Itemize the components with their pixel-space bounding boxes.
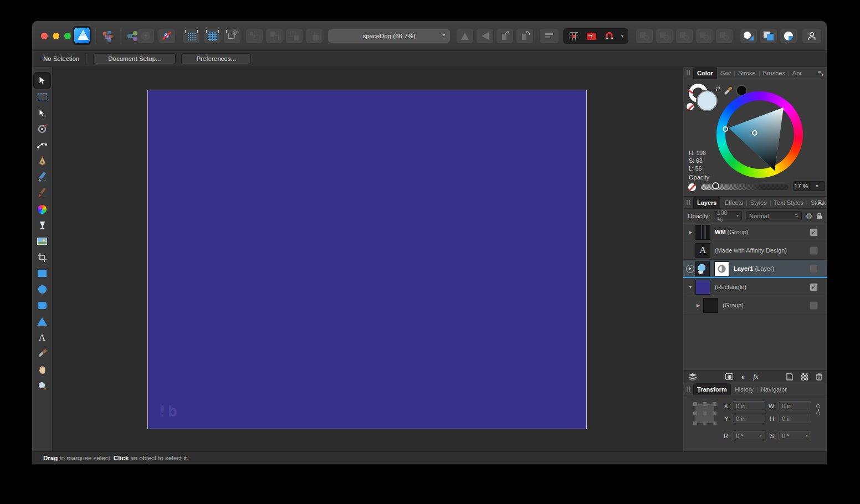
point-transform-tool[interactable]	[34, 121, 50, 137]
insert-behind-button[interactable]	[740, 29, 757, 43]
layer-visibility-checkbox[interactable]	[810, 265, 818, 273]
shape-tool[interactable]	[34, 313, 50, 330]
tab-navigator[interactable]: Navigator	[757, 384, 791, 394]
link-dimensions-icon[interactable]	[816, 404, 820, 415]
tab-appearance[interactable]: Apr	[789, 68, 806, 78]
vector-brush-tool[interactable]	[34, 185, 50, 201]
rotate-cw-button[interactable]	[516, 29, 533, 43]
layer-row-layer1[interactable]: ▶ Layer1 (Layer)	[683, 260, 827, 278]
preferences-button[interactable]: Preferences...	[181, 53, 251, 64]
snapping-options-caret[interactable]: ▾	[618, 29, 627, 43]
rotation-dropdown[interactable]: 0 °▾	[733, 431, 765, 440]
boolean-add-button[interactable]	[636, 29, 653, 43]
canvas-area[interactable]: !b	[53, 67, 683, 451]
rounded-rectangle-tool[interactable]	[34, 297, 50, 313]
layer-settings-gear-icon[interactable]: ⚙	[806, 212, 813, 220]
corner-tool[interactable]	[34, 137, 50, 153]
artistic-text-tool[interactable]: A	[34, 330, 50, 346]
expand-chevron-icon[interactable]: ▶	[693, 303, 703, 308]
insert-on-top-button[interactable]	[760, 29, 777, 43]
designer-persona-button[interactable]	[73, 26, 91, 45]
place-image-tool[interactable]	[34, 233, 50, 249]
zoom-tool[interactable]	[34, 378, 50, 394]
panel-grip-icon[interactable]	[687, 200, 690, 205]
layer-visibility-checkbox[interactable]: ✓	[810, 283, 818, 291]
boolean-intersect-button[interactable]	[676, 29, 693, 43]
flip-vertical-button[interactable]	[457, 29, 473, 43]
vector-crop-tool[interactable]	[34, 249, 50, 265]
tab-swatches[interactable]: Swt	[717, 68, 735, 78]
snapping-magnet-button[interactable]	[600, 29, 618, 43]
minimize-window-button[interactable]	[53, 33, 59, 39]
shear-dropdown[interactable]: 0 °▾	[779, 431, 811, 440]
document-title[interactable]: spaceDog (66.7%) *	[328, 29, 450, 43]
hue-selector[interactable]	[723, 126, 728, 132]
tab-effects[interactable]: Effects	[720, 198, 746, 208]
style-picker-button[interactable]	[137, 29, 154, 43]
mesh-warp-button[interactable]	[224, 29, 240, 43]
back-one-button[interactable]	[266, 29, 283, 43]
blend-mode-dropdown[interactable]: Normal ⇅	[746, 211, 802, 220]
layer-visibility-checkbox[interactable]	[810, 246, 818, 255]
no-style-button[interactable]	[158, 29, 175, 43]
layer-row-group[interactable]: ▶ (Group)	[683, 296, 827, 315]
layers-opacity-dropdown[interactable]: 100 % ▾	[714, 211, 742, 220]
boolean-divide-button[interactable]	[696, 29, 713, 43]
boolean-subtract-button[interactable]	[656, 29, 673, 43]
fill-swatch[interactable]	[697, 90, 718, 111]
opacity-caret-icon[interactable]: ▾	[809, 182, 825, 191]
move-to-back-button[interactable]	[246, 29, 263, 43]
account-button[interactable]	[802, 29, 821, 43]
saturation-triangle[interactable]	[716, 91, 803, 178]
node-tool[interactable]	[34, 105, 50, 121]
layer-row-rectangle[interactable]: ▼ (Rectangle) ✓	[683, 278, 827, 296]
collapse-chevron-icon[interactable]: ▼	[685, 285, 695, 290]
tab-layers[interactable]: Layers	[693, 197, 720, 209]
transparency-tool[interactable]	[34, 217, 50, 233]
flip-horizontal-button[interactable]	[477, 29, 493, 43]
show-pixel-grid-button[interactable]	[183, 29, 199, 43]
layer-row-made-with[interactable]: A (Made with Affinity Design)	[683, 241, 827, 260]
boolean-combine-button[interactable]	[716, 29, 733, 43]
fill-tool[interactable]	[34, 201, 50, 217]
layer-effects-icon[interactable]: fx	[753, 372, 758, 381]
tab-styles[interactable]: Styles	[746, 198, 771, 208]
add-adjustment-icon[interactable]: ◐	[741, 373, 745, 381]
tab-history[interactable]: History	[731, 384, 757, 394]
pen-tool[interactable]	[34, 153, 50, 169]
close-window-button[interactable]	[41, 33, 48, 39]
layers-panel-menu-icon[interactable]: ≡▾	[817, 198, 823, 207]
tab-brushes[interactable]: Brushes	[759, 68, 789, 78]
no-color-swatch[interactable]	[686, 102, 694, 111]
layer-visibility-checkbox[interactable]: ✓	[810, 228, 818, 236]
new-layer-icon[interactable]	[786, 373, 793, 380]
pencil-tool[interactable]	[34, 169, 50, 185]
add-mask-icon[interactable]	[725, 373, 733, 380]
expand-chevron-icon[interactable]: ▶	[685, 230, 695, 235]
new-pixel-layer-icon[interactable]	[801, 373, 808, 380]
saturation-selector[interactable]	[752, 130, 757, 136]
layer-options-icon[interactable]	[688, 373, 698, 380]
rectangle-tool[interactable]	[34, 265, 50, 281]
move-to-front-button[interactable]	[306, 29, 322, 43]
lock-layer-icon[interactable]	[816, 212, 822, 220]
expand-chevron-circle-icon[interactable]: ▶	[686, 265, 694, 273]
panel-grip-icon[interactable]	[687, 387, 690, 392]
forward-one-button[interactable]	[286, 29, 303, 43]
opacity-none-icon[interactable]	[688, 183, 696, 191]
w-input[interactable]: 0 in	[779, 401, 811, 410]
view-tool[interactable]	[34, 362, 50, 378]
zoom-window-button[interactable]	[64, 33, 71, 39]
show-grid-button[interactable]	[565, 29, 582, 43]
tab-stroke[interactable]: Stroke	[734, 68, 760, 78]
tab-color[interactable]: Color	[693, 67, 717, 79]
alignment-button[interactable]	[540, 29, 559, 43]
layer-row-wm-group[interactable]: ▶ WM (Group) ✓	[683, 223, 827, 241]
anchor-point-selector[interactable]	[693, 402, 716, 425]
colour-picker-tool[interactable]	[34, 346, 50, 362]
document-rectangle[interactable]: !b	[147, 90, 587, 429]
x-input[interactable]: 0 in	[733, 401, 765, 410]
color-wheel[interactable]	[716, 91, 803, 178]
insert-inside-button[interactable]	[582, 29, 600, 43]
pixel-persona-button[interactable]	[100, 29, 116, 43]
